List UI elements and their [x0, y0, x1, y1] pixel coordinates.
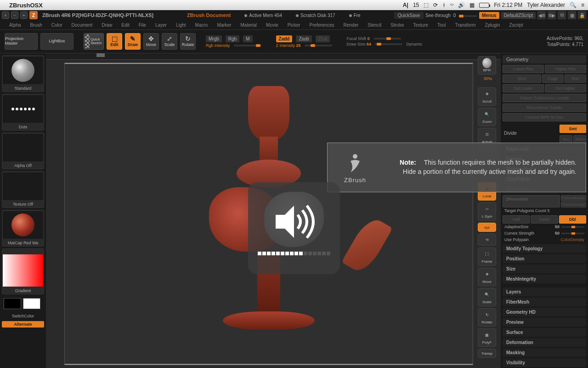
dropbox-icon[interactable]: ⬚ — [424, 2, 429, 8]
lock-icon[interactable]: 🔒 — [578, 11, 586, 19]
rgb-intensity-label[interactable]: Rgb Intensity — [206, 43, 230, 48]
menu-light[interactable]: Light — [176, 23, 186, 28]
menu-transform[interactable]: Transform — [455, 23, 475, 28]
mrgb-button[interactable]: Mrgb — [206, 35, 222, 42]
suv-button[interactable]: Suv — [560, 135, 572, 143]
dynamic-label[interactable]: Dynamic — [406, 42, 422, 46]
scale-nav-button[interactable]: 🔍Scale — [478, 288, 496, 306]
colordensity-label[interactable]: ColorDensity — [560, 237, 584, 242]
section-surface[interactable]: Surface — [503, 328, 586, 337]
section-position[interactable]: Position — [503, 254, 586, 263]
menu-stencil[interactable]: Stencil — [368, 23, 381, 28]
alpha-palette[interactable]: Alpha Off — [2, 132, 44, 169]
menu-tool[interactable]: Tool — [437, 23, 446, 28]
z-intensity-slider[interactable] — [305, 45, 332, 46]
projection-master-button[interactable]: Projection Master — [5, 33, 38, 50]
rstr-button[interactable]: Rstr — [565, 75, 586, 83]
polyf-button[interactable]: ▦PolyF — [478, 328, 496, 347]
divide-button[interactable]: Divide — [503, 129, 558, 137]
user-name[interactable]: Tyler Alexander — [527, 2, 565, 8]
texture-palette[interactable]: Texture Off — [2, 171, 44, 208]
section-mesh-integrity[interactable]: MeshIntegrity — [503, 275, 586, 283]
reuv-button[interactable]: ReUV — [573, 135, 586, 143]
menus-button[interactable]: Menus — [479, 12, 499, 19]
menu-edit[interactable]: Edit — [122, 23, 130, 28]
menu-file[interactable]: File — [139, 23, 146, 28]
geometry-header[interactable]: Geometry — [503, 55, 586, 63]
menu-picker[interactable]: Picker — [288, 23, 300, 28]
frame-button[interactable]: ⛶Frame — [478, 247, 496, 266]
arrow-nav-icon[interactable]: Ⅲ▶ — [548, 11, 556, 19]
rgb-intensity-slider[interactable] — [234, 45, 261, 46]
draw-size-label[interactable]: Draw Size 64 — [347, 42, 372, 46]
update-icon[interactable]: ⟳ — [433, 2, 438, 8]
cage-button[interactable]: Cage — [542, 75, 564, 83]
del-lower-button[interactable]: Del Lower — [503, 84, 544, 92]
menu-marker[interactable]: Marker — [217, 23, 231, 28]
menu-texture[interactable]: Texture — [413, 23, 428, 28]
menu-draw[interactable]: Draw — [102, 23, 112, 28]
menu-movie[interactable]: Movie — [266, 23, 278, 28]
section-deformation[interactable]: Deformation — [503, 338, 586, 347]
curves-label[interactable]: Curves Strength — [504, 231, 553, 236]
adaptive-label[interactable]: AdaptiveSize — [504, 224, 553, 229]
sdiv-button[interactable]: SDiv — [503, 75, 541, 83]
swatch-black[interactable] — [4, 298, 21, 309]
rotate-nav-button[interactable]: ↻Rotate — [478, 308, 496, 327]
minimize-button[interactable]: − — [11, 12, 18, 19]
smt-button[interactable]: Smt — [560, 125, 586, 133]
lower-res-button[interactable]: Lower Res — [503, 65, 544, 73]
swatch-white[interactable] — [23, 298, 40, 309]
volume-icon[interactable]: 🔊 — [458, 2, 465, 8]
menu-preferences[interactable]: Preferences — [310, 23, 334, 28]
move-nav-button[interactable]: ✥Move — [478, 268, 496, 286]
move-button[interactable]: ✥Move — [143, 33, 159, 50]
transp-button[interactable]: Transp — [478, 349, 496, 358]
del-higher-button[interactable]: Del Higher — [545, 84, 586, 92]
m-button[interactable]: M — [243, 35, 252, 42]
ghost-button[interactable]: ⟲ — [478, 234, 496, 246]
menu-alpha[interactable]: Alpha — [9, 23, 21, 28]
convert-bpr-button[interactable]: Convert BPR To Geo — [503, 113, 586, 121]
higher-res-button[interactable]: Higher Res — [545, 65, 586, 73]
freeze-group[interactable]: FreezeGroup — [561, 201, 586, 207]
menu-zplugin[interactable]: Zplugin — [485, 23, 500, 28]
mac-app-name[interactable]: ZBrushOSX — [9, 2, 43, 9]
rgb-button[interactable]: Rgb — [226, 35, 239, 42]
draw-button[interactable]: ✎Draw — [125, 33, 141, 50]
section-geometry-hd[interactable]: Geometry HD — [503, 308, 586, 316]
section-fibermesh[interactable]: FiberMesh — [503, 298, 586, 306]
zoom-button[interactable]: 🔍Zoom — [478, 108, 496, 126]
focal-shift-label[interactable]: Focal Shift 0 — [347, 36, 370, 41]
switch-color-button[interactable]: SwitchColor — [2, 313, 44, 319]
focal-shift-slider[interactable] — [373, 38, 401, 40]
menu-stroke[interactable]: Stroke — [390, 23, 404, 28]
default-zscript-button[interactable]: DefaultZScript — [501, 12, 536, 19]
stroke-palette[interactable]: Dots — [2, 94, 44, 131]
section-zremesher[interactable]: ZRemesher — [503, 195, 560, 207]
half-button[interactable]: Half — [503, 215, 530, 224]
spix-label[interactable]: SPix — [478, 76, 498, 81]
menu-material[interactable]: Material — [241, 23, 257, 28]
scroll-button[interactable]: ✥Scroll — [478, 87, 496, 106]
adobe-icon[interactable]: A| — [403, 2, 408, 8]
material-palette[interactable]: MatCap Red Wa — [2, 210, 44, 247]
menu-brush[interactable]: Brush — [30, 23, 42, 28]
polypain-label[interactable]: Use Polypain — [504, 237, 559, 242]
zcut-button[interactable]: Zcut — [316, 35, 330, 42]
flag-icon[interactable]: ▦ — [469, 2, 475, 8]
rotate-button[interactable]: ↻Rotate — [180, 33, 196, 50]
draw-size-slider[interactable] — [375, 43, 402, 45]
reconstruct-button[interactable]: Reconstruct Subdiv — [503, 104, 586, 112]
arrow-nav-icon[interactable]: ◀Ⅲ — [537, 11, 546, 19]
dbl-button[interactable]: Dbl — [559, 215, 586, 224]
spotlight-icon[interactable]: 🔍 — [570, 2, 577, 8]
section-modify-topo[interactable]: Modify Topology — [503, 244, 586, 253]
edit-button[interactable]: ⬚Edit — [107, 33, 122, 50]
freeze-border[interactable]: FreezeBorder — [561, 195, 586, 201]
wifi-icon[interactable]: ⌔ — [450, 2, 453, 8]
menu-icon[interactable]: ≡ — [581, 2, 584, 8]
zoom-button[interactable]: + — [20, 12, 28, 19]
close-button[interactable]: × — [2, 12, 9, 19]
section-layers[interactable]: Layers — [503, 288, 586, 296]
